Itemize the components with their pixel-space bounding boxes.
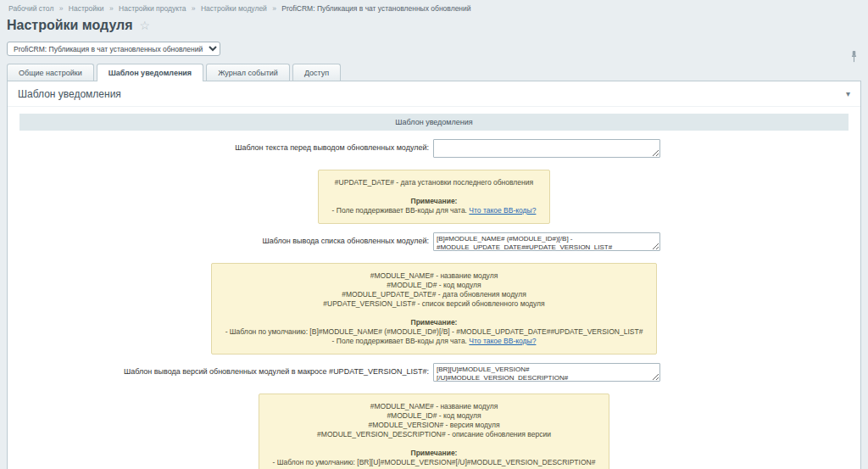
breadcrumb: Рабочий стол » Настройки » Настройки про…: [7, 0, 861, 14]
breadcrumb-item-desktop[interactable]: Рабочий стол: [8, 4, 53, 13]
breadcrumb-separator: »: [192, 4, 196, 13]
note-bb-line: - Поле поддерживает BB-коды для чата. Чт…: [225, 337, 643, 346]
breadcrumb-separator: »: [59, 4, 64, 13]
note-bb-text: - Поле поддерживает BB-коды для чата.: [332, 206, 467, 215]
note-default-template-line: - Шаблон по умолчанию: [B]#MODULE_NAME# …: [225, 327, 643, 337]
note-macro-line: #MODULE_UPDATE_DATE# - дата обновления м…: [225, 290, 643, 299]
note-title: Примечание:: [273, 449, 596, 458]
note-wrap: #UPDATE_DATE# - дата установки последнег…: [8, 170, 860, 224]
section-header: Шаблон уведомления ▾: [8, 81, 860, 107]
note-macro-line: #MODULE_NAME# - название модуля: [225, 271, 643, 281]
page-title: Настройки модуля: [7, 18, 133, 33]
breadcrumb-separator: »: [109, 4, 114, 13]
note-macro-line: #UPDATE_VERSION_LIST# - список версий об…: [225, 299, 643, 309]
tab-notification-template[interactable]: Шаблон уведомления: [97, 64, 203, 81]
title-row: Настройки модуля ☆: [7, 18, 861, 33]
module-list-template-input[interactable]: [B]#MODULE_NAME# (#MODULE_ID#)[/B] - #MO…: [433, 232, 660, 251]
tab-event-log[interactable]: Журнал событий: [206, 64, 290, 81]
field-label: Шаблон текста перед выводом обновленных …: [8, 139, 433, 153]
breadcrumb-item-product-settings[interactable]: Настройки продукта: [119, 4, 186, 13]
note-box-version-list: #MODULE_NAME# - название модуля #MODULE_…: [259, 394, 610, 469]
field-row-module-list: Шаблон вывода списка обновленных модулей…: [8, 232, 860, 251]
breadcrumb-item-module-settings[interactable]: Настройки модулей: [201, 4, 267, 13]
bb-codes-help-link[interactable]: Что такое BB-коды?: [469, 206, 536, 215]
tab-access[interactable]: Доступ: [292, 64, 341, 81]
note-title: Примечание:: [225, 318, 643, 327]
field-row-before-text: Шаблон текста перед выводом обновленных …: [8, 139, 860, 158]
settings-panel: Шаблон уведомления ▾ Шаблон уведомления …: [7, 81, 861, 469]
favorite-star-icon[interactable]: ☆: [140, 19, 151, 32]
field-label: Шаблон вывода списка обновленных модулей…: [8, 232, 433, 246]
note-title: Примечание:: [332, 197, 537, 206]
note-macro-line: #MODULE_ID# - код модуля: [225, 281, 643, 290]
section-title: Шаблон уведомления: [18, 88, 121, 100]
breadcrumb-separator: »: [272, 4, 276, 13]
note-macro-line: #MODULE_NAME# - название модуля: [273, 402, 596, 411]
tab-bar: Общие настройки Шаблон уведомления Журна…: [7, 64, 861, 81]
field-row-version-list: Шаблон вывода версий обновленных модулей…: [8, 363, 860, 382]
breadcrumb-item-current: ProfiCRM: Публикация в чат установленных…: [281, 4, 470, 13]
note-default-template-line: - Шаблон по умолчанию: [BR][U]#MODULE_VE…: [273, 458, 596, 467]
note-bb-line: - Поле поддерживает BB-коды для чата. Чт…: [332, 206, 537, 215]
pin-icon[interactable]: [850, 51, 858, 63]
breadcrumb-item-settings[interactable]: Настройки: [69, 4, 104, 13]
module-select[interactable]: ProfiCRM: Публикация в чат установленных…: [7, 42, 220, 56]
note-wrap: #MODULE_NAME# - название модуля #MODULE_…: [8, 394, 860, 469]
form-table-header: Шаблон уведомления: [19, 114, 849, 131]
note-wrap: #MODULE_NAME# - название модуля #MODULE_…: [8, 263, 860, 355]
note-macro-line: #MODULE_VERSION# - версия модуля: [273, 421, 596, 430]
version-list-template-input[interactable]: [BR][U]#MODULE_VERSION#[/U]#MODULE_VERSI…: [433, 363, 660, 382]
collapse-section-icon[interactable]: ▾: [846, 90, 850, 98]
note-macro-line: #MODULE_ID# - код модуля: [273, 411, 596, 421]
page: Рабочий стол » Настройки » Настройки про…: [0, 0, 868, 469]
bb-codes-help-link[interactable]: Что такое BB-коды?: [469, 337, 536, 345]
note-box-module-list: #MODULE_NAME# - название модуля #MODULE_…: [211, 263, 658, 355]
before-text-template-input[interactable]: [433, 139, 660, 158]
field-label: Шаблон вывода версий обновленных модулей…: [8, 363, 433, 377]
note-box-update-date: #UPDATE_DATE# - дата установки последнег…: [318, 170, 551, 224]
note-macro-line: #MODULE_VERSION_DESCRIPTION# - описание …: [273, 430, 596, 439]
tab-general-settings[interactable]: Общие настройки: [7, 64, 94, 81]
note-bb-text: - Поле поддерживает BB-коды для чата.: [332, 337, 467, 345]
note-macro-line: #UPDATE_DATE# - дата установки последнег…: [332, 178, 537, 187]
